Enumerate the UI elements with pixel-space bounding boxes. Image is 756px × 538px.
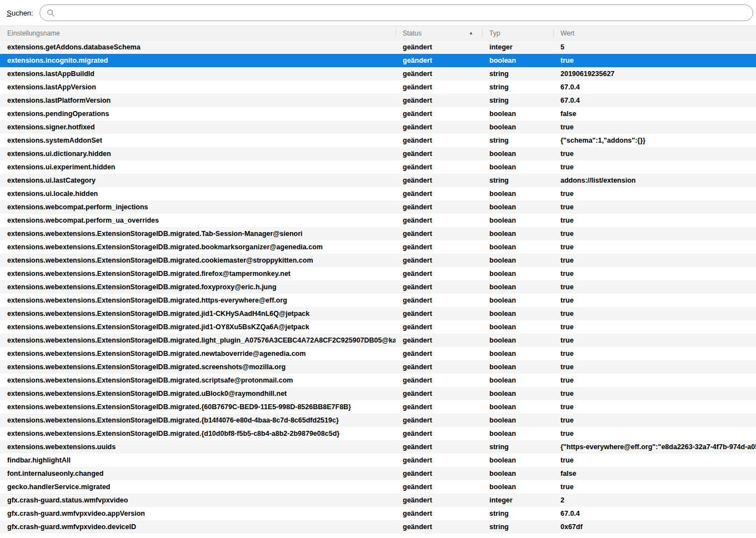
pref-type: string <box>482 174 553 187</box>
pref-status: geändert <box>395 334 482 347</box>
pref-row[interactable]: extensions.webextensions.ExtensionStorag… <box>0 240 756 254</box>
pref-name: extensions.webextensions.ExtensionStorag… <box>0 334 395 347</box>
pref-status: geändert <box>395 387 482 400</box>
pref-type: boolean <box>482 240 553 254</box>
column-header-typ[interactable]: Typ <box>482 26 553 40</box>
pref-status: geändert <box>395 94 482 107</box>
pref-name: extensions.webextensions.ExtensionStorag… <box>0 240 395 254</box>
pref-name: extensions.systemAddonSet <box>0 134 395 147</box>
pref-row[interactable]: extensions.webextensions.ExtensionStorag… <box>0 267 756 280</box>
pref-type: boolean <box>482 347 553 360</box>
pref-row[interactable]: extensions.webextensions.ExtensionStorag… <box>0 360 756 374</box>
pref-status: geändert <box>395 134 482 147</box>
pref-status: geändert <box>395 520 482 534</box>
pref-row[interactable]: extensions.webextensions.ExtensionStorag… <box>0 427 756 440</box>
pref-value: 67.0.4 <box>553 81 756 94</box>
pref-row[interactable]: extensions.webextensions.ExtensionStorag… <box>0 294 756 307</box>
pref-row[interactable]: extensions.incognito.migrated geändert b… <box>0 54 756 67</box>
column-header-status[interactable]: Status ▲ <box>395 26 482 40</box>
search-input[interactable] <box>59 5 746 21</box>
pref-row[interactable]: extensions.webextensions.ExtensionStorag… <box>0 280 756 294</box>
pref-row[interactable]: extensions.ui.dictionary.hidden geändert… <box>0 147 756 160</box>
pref-name: extensions.ui.experiment.hidden <box>0 160 395 174</box>
pref-type: boolean <box>482 54 553 67</box>
pref-name: extensions.getAddons.databaseSchema <box>0 41 395 54</box>
pref-row[interactable]: findbar.highlightAll geändert boolean tr… <box>0 454 756 467</box>
pref-row[interactable]: extensions.pendingOperations geändert bo… <box>0 107 756 120</box>
pref-type: boolean <box>482 360 553 374</box>
pref-row[interactable]: font.internaluseonly.changed geändert bo… <box>0 467 756 480</box>
pref-type: boolean <box>482 414 553 427</box>
pref-value: addons://list/extension <box>553 174 756 187</box>
pref-row[interactable]: extensions.webextensions.ExtensionStorag… <box>0 414 756 427</box>
pref-type: string <box>482 440 553 454</box>
pref-status: geändert <box>395 214 482 227</box>
search-label-rest: uchen: <box>12 9 33 17</box>
pref-value: true <box>553 480 756 494</box>
pref-type: integer <box>482 494 553 507</box>
pref-type: boolean <box>482 334 553 347</box>
pref-type: boolean <box>482 187 553 200</box>
pref-name: extensions.signer.hotfixed <box>0 120 395 134</box>
pref-name: extensions.webextensions.ExtensionStorag… <box>0 267 395 280</box>
search-icon <box>47 9 55 17</box>
pref-type: boolean <box>482 160 553 174</box>
pref-status: geändert <box>395 320 482 334</box>
pref-row[interactable]: extensions.getAddons.databaseSchema geän… <box>0 41 756 54</box>
pref-name: extensions.webextensions.uuids <box>0 440 395 454</box>
pref-row[interactable]: gfx.crash-guard.status.wmfvpxvideo geänd… <box>0 494 756 507</box>
pref-status: geändert <box>395 200 482 214</box>
pref-row[interactable]: gfx.crash-guard.wmfvpxvideo.appVersion g… <box>0 507 756 520</box>
pref-value: true <box>553 267 756 280</box>
pref-row[interactable]: extensions.webextensions.ExtensionStorag… <box>0 347 756 360</box>
pref-status: geändert <box>395 427 482 440</box>
sort-ascending-icon: ▲ <box>469 31 478 36</box>
pref-name: extensions.webextensions.ExtensionStorag… <box>0 280 395 294</box>
pref-row[interactable]: extensions.webcompat.perform_injections … <box>0 200 756 214</box>
pref-type: boolean <box>482 214 553 227</box>
pref-status: geändert <box>395 414 482 427</box>
search-input-wrapper[interactable] <box>39 4 753 21</box>
pref-row[interactable]: extensions.lastPlatformVersion geändert … <box>0 94 756 107</box>
pref-row[interactable]: extensions.ui.experiment.hidden geändert… <box>0 160 756 174</box>
pref-row[interactable]: extensions.lastAppVersion geändert strin… <box>0 81 756 94</box>
pref-row[interactable]: extensions.ui.locale.hidden geändert boo… <box>0 187 756 200</box>
pref-value: true <box>553 400 756 414</box>
pref-status: geändert <box>395 227 482 240</box>
pref-row[interactable]: extensions.webextensions.ExtensionStorag… <box>0 334 756 347</box>
pref-name: findbar.highlightAll <box>0 454 395 467</box>
pref-row[interactable]: extensions.webextensions.ExtensionStorag… <box>0 387 756 400</box>
pref-status: geändert <box>395 254 482 267</box>
pref-value: true <box>553 200 756 214</box>
table-header-row: Einstellungsname Status ▲ Typ Wert <box>0 26 756 41</box>
pref-value: true <box>553 240 756 254</box>
pref-row[interactable]: extensions.webextensions.ExtensionStorag… <box>0 227 756 240</box>
pref-status: geändert <box>395 347 482 360</box>
pref-type: boolean <box>482 320 553 334</box>
pref-type: boolean <box>482 120 553 134</box>
pref-row[interactable]: extensions.webextensions.uuids geändert … <box>0 440 756 454</box>
column-header-einstellungsname[interactable]: Einstellungsname <box>0 26 395 40</box>
pref-row[interactable]: extensions.signer.hotfixed geändert bool… <box>0 120 756 134</box>
pref-row[interactable]: extensions.lastAppBuildId geändert strin… <box>0 67 756 81</box>
pref-value: true <box>553 254 756 267</box>
pref-row[interactable]: extensions.webextensions.ExtensionStorag… <box>0 320 756 334</box>
pref-row[interactable]: extensions.webextensions.ExtensionStorag… <box>0 254 756 267</box>
pref-row[interactable]: gfx.crash-guard.wmfvpxvideo.deviceID geä… <box>0 520 756 534</box>
pref-type: string <box>482 134 553 147</box>
pref-status: geändert <box>395 507 482 520</box>
pref-row[interactable]: extensions.webextensions.ExtensionStorag… <box>0 400 756 414</box>
pref-name: extensions.webextensions.ExtensionStorag… <box>0 400 395 414</box>
pref-row[interactable]: extensions.ui.lastCategory geändert stri… <box>0 174 756 187</box>
pref-status: geändert <box>395 147 482 160</box>
column-header-wert[interactable]: Wert <box>553 26 756 40</box>
column-header-label: Status <box>403 29 422 37</box>
pref-row[interactable]: extensions.webextensions.ExtensionStorag… <box>0 374 756 387</box>
pref-row[interactable]: gecko.handlerService.migrated geändert b… <box>0 480 756 494</box>
pref-row[interactable]: extensions.webextensions.ExtensionStorag… <box>0 307 756 320</box>
pref-value: true <box>553 120 756 134</box>
pref-status: geändert <box>395 107 482 120</box>
pref-row[interactable]: extensions.systemAddonSet geändert strin… <box>0 134 756 147</box>
pref-row[interactable]: extensions.webcompat.perform_ua_override… <box>0 214 756 227</box>
pref-name: gfx.crash-guard.status.wmfvpxvideo <box>0 494 395 507</box>
